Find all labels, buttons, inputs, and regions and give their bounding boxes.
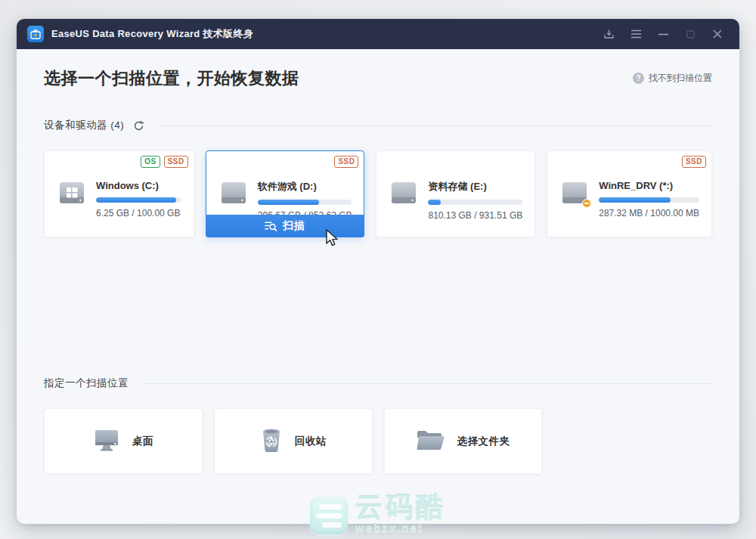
scan-button[interactable]: 扫描 — [206, 215, 365, 237]
menu-icon[interactable] — [624, 24, 647, 44]
watermark-title: 云码酷 — [355, 494, 446, 521]
minimize-button[interactable] — [652, 24, 674, 44]
location-card-recycle-bin[interactable]: 回收站 — [214, 408, 373, 474]
drive-name: WinRE_DRV (*:) — [599, 180, 699, 191]
devices-section-label: 设备和驱动器 (4) — [44, 119, 124, 132]
divider — [158, 125, 712, 126]
titlebar: EaseUS Data Recovery Wizard 技术版终身 — [17, 19, 739, 49]
ssd-badge: SSD — [682, 156, 706, 168]
drive-name: 资料存储 (E:) — [428, 180, 522, 194]
app-logo-icon — [27, 26, 44, 42]
usage-bar — [599, 197, 699, 203]
drive-name: 软件游戏 (D:) — [258, 180, 352, 194]
watermark-logo-icon — [310, 497, 348, 534]
help-link[interactable]: ? 找不到扫描位置 — [633, 72, 712, 85]
desktop-icon — [93, 428, 120, 455]
location-label: 桌面 — [132, 435, 153, 448]
ssd-badge: SSD — [334, 156, 358, 168]
drives-grid: OS SSD — [44, 150, 712, 237]
divider — [142, 383, 712, 384]
page-title: 选择一个扫描位置，开始恢复数据 — [44, 67, 299, 90]
drive-name: Windows (C:) — [96, 180, 181, 191]
usage-bar — [258, 200, 352, 205]
locations-grid: 桌面 回收站 — [44, 408, 712, 474]
location-card-desktop[interactable]: 桌面 — [44, 408, 203, 474]
ssd-badge: SSD — [164, 156, 188, 168]
refresh-icon[interactable] — [133, 120, 144, 132]
drive-icon — [219, 181, 248, 209]
watermark: 云码酷 webzx.net — [310, 494, 446, 534]
scan-icon — [265, 221, 277, 232]
drive-card-winre[interactable]: SSD WinRE_DRV (*:) — [547, 150, 712, 237]
window-title: EaseUS Data Recovery Wizard 技术版终身 — [51, 27, 253, 41]
location-label: 回收站 — [295, 435, 327, 448]
drive-size: 810.13 GB / 931.51 GB — [428, 210, 522, 221]
location-label: 选择文件夹 — [457, 435, 510, 448]
recycle-bin-icon — [260, 427, 283, 456]
drive-card-d[interactable]: SSD 软件游戏 (D:) — [206, 150, 365, 237]
folder-icon — [416, 429, 445, 454]
close-button[interactable] — [706, 24, 729, 44]
usage-bar — [428, 200, 522, 205]
drive-card-e[interactable]: 资料存储 (E:) 810.13 GB / 931.51 GB — [376, 150, 535, 237]
usage-bar — [96, 197, 181, 203]
warning-dot-icon — [582, 199, 591, 208]
locations-section-label: 指定一个扫描位置 — [44, 376, 129, 390]
question-icon: ? — [633, 73, 644, 84]
scan-button-label: 扫描 — [283, 219, 305, 233]
drive-card-c[interactable]: OS SSD — [44, 150, 194, 237]
drive-size: 287.32 MB / 1000.00 MB — [599, 208, 699, 218]
maximize-button[interactable] — [679, 24, 702, 44]
download-tray-icon[interactable] — [597, 24, 620, 44]
os-badge: OS — [141, 156, 160, 168]
app-window: EaseUS Data Recovery Wizard 技术版终身 选择一个 — [17, 19, 739, 524]
location-card-choose-folder[interactable]: 选择文件夹 — [384, 408, 543, 474]
drive-icon — [389, 181, 418, 209]
help-link-label: 找不到扫描位置 — [649, 72, 712, 85]
windows-drive-icon — [57, 181, 86, 209]
drive-warning-icon — [560, 181, 589, 209]
watermark-url: webzx.net — [355, 522, 446, 533]
drive-size: 6.25 GB / 100.00 GB — [96, 208, 181, 218]
